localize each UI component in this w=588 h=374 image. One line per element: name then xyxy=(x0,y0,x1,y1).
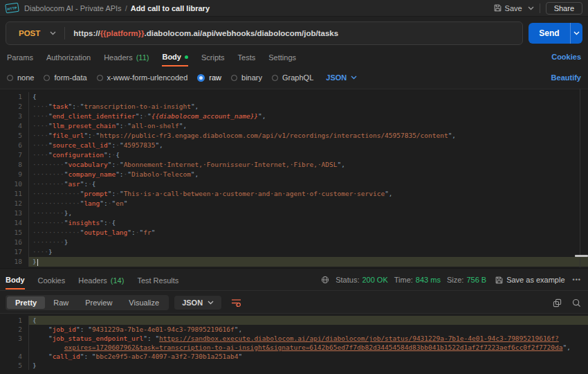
response-tabs-row: BodyCookiesHeaders(14)Test Results Statu… xyxy=(0,271,588,291)
tab-label: Settings xyxy=(268,53,296,62)
body-mode-none[interactable]: none xyxy=(7,73,34,82)
body-language-selector[interactable]: JSON xyxy=(326,73,357,82)
url-bar[interactable]: POST https://{{platform}}.diabolocom.ai/… xyxy=(6,21,523,45)
line-number: 6 xyxy=(0,141,22,150)
tab-body[interactable]: Body xyxy=(162,50,188,66)
code-line-text: ············"prompt":·"This·is·a·call·be… xyxy=(28,189,588,199)
view-visualize[interactable]: Visualize xyxy=(120,296,167,309)
code-line: 5} xyxy=(0,361,588,370)
copy-icon[interactable] xyxy=(553,299,562,308)
share-button[interactable]: Share xyxy=(546,2,582,15)
line-number: 1 xyxy=(0,316,22,325)
tab-headers[interactable]: Headers(11) xyxy=(104,50,149,66)
view-pretty[interactable]: Pretty xyxy=(7,296,45,309)
mode-label: none xyxy=(17,73,34,82)
tab-count-badge: (11) xyxy=(136,53,149,62)
tab-scripts[interactable]: Scripts xyxy=(201,50,225,66)
body-mode-binary[interactable]: binary xyxy=(231,73,262,82)
code-line-text: } xyxy=(28,257,588,267)
code-line: 12············"lang":·"en" xyxy=(0,199,588,208)
tab-params[interactable]: Params xyxy=(7,50,33,66)
response-body-viewer[interactable]: 1{2 "job_id": "9431229a-7b1e-4e01-94c3-7… xyxy=(0,313,588,374)
line-number: 5 xyxy=(0,361,22,370)
code-line: 13········}, xyxy=(0,208,588,218)
radio-icon xyxy=(272,75,278,81)
response-body-code: 1{2 "job_id": "9431229a-7b1e-4e01-94c3-7… xyxy=(0,316,588,370)
tab-headers[interactable]: Headers(14) xyxy=(78,273,124,290)
line-number: 18 xyxy=(0,257,22,267)
status-badge: Status:200 OK xyxy=(336,276,388,284)
save-button[interactable]: Save xyxy=(494,4,522,12)
workspace-name[interactable]: Diabolocom AI - Private APIs xyxy=(24,4,122,12)
search-icon[interactable] xyxy=(572,299,581,308)
send-options-chevron-icon[interactable] xyxy=(570,23,582,44)
code-line-text: ········"insights":·{ xyxy=(28,218,588,228)
line-number: 11 xyxy=(0,189,22,199)
tab-test-results[interactable]: Test Results xyxy=(137,273,178,290)
line-number: 12 xyxy=(0,199,22,208)
body-mode-form-data[interactable]: form-data xyxy=(44,73,86,82)
code-line: 1{ xyxy=(0,316,588,325)
horizontal-scrollbar-thumb[interactable] xyxy=(575,255,588,257)
tab-tests[interactable]: Tests xyxy=(238,50,256,66)
code-line-text: ····"configuration":·{ xyxy=(28,150,588,160)
body-mode-row: noneform-datax-www-form-urlencodedrawbin… xyxy=(0,70,588,85)
code-line: 17····} xyxy=(0,247,588,257)
response-view-switch: PrettyRawPreviewVisualize xyxy=(6,295,169,310)
code-line: 2····"task":·"transcription-to-ai-insigh… xyxy=(0,102,588,112)
body-mode-x-www-form-urlencoded[interactable]: x-www-form-urlencoded xyxy=(97,73,188,82)
vertical-scrollbar-track[interactable] xyxy=(580,89,580,267)
tab-label: Tests xyxy=(238,53,256,62)
save-options-chevron-icon[interactable] xyxy=(528,6,534,10)
code-line-text: ········"company_name":·"Diabolo·Telecom… xyxy=(28,170,588,179)
line-number: 5 xyxy=(0,131,22,141)
line-number: 13 xyxy=(0,208,22,218)
save-as-example-button[interactable]: Save as example xyxy=(495,276,564,284)
line-number: 2 xyxy=(0,102,22,112)
code-line: 4 "call_id": "bbc2e9f5-abc7-4097-a3f2-73… xyxy=(0,352,588,361)
body-mode-raw[interactable]: raw xyxy=(197,73,221,82)
method-selector[interactable]: POST xyxy=(6,29,64,37)
beautify-link[interactable]: Beautify xyxy=(551,73,581,82)
line-number: 15 xyxy=(0,228,22,238)
code-line-text: ····"task":·"transcription-to-ai-insight… xyxy=(28,102,588,112)
tab-cookies[interactable]: Cookies xyxy=(38,273,66,290)
radio-icon xyxy=(97,75,103,81)
save-label: Save xyxy=(505,4,522,12)
code-line: 1{ xyxy=(0,92,588,102)
code-line: expires=1720607962&task=transcription-to… xyxy=(0,343,588,352)
topbar-divider xyxy=(540,3,540,13)
tab-body[interactable]: Body xyxy=(6,273,25,290)
tab-settings[interactable]: Settings xyxy=(268,50,296,66)
response-language-selector[interactable]: JSON xyxy=(174,296,221,310)
view-preview[interactable]: Preview xyxy=(77,296,120,309)
code-line-text: expires=1720607962&task=transcription-to… xyxy=(28,343,588,352)
network-globe-icon[interactable] xyxy=(321,276,329,284)
time-badge: Time:843 ms xyxy=(394,276,441,284)
code-line: 3 "job_status_endpoint_url": "https://sa… xyxy=(0,334,588,343)
body-mode-graphql[interactable]: GraphQL xyxy=(272,73,313,82)
more-options-button[interactable]: ••• xyxy=(573,276,581,283)
mode-label: x-www-form-urlencoded xyxy=(107,73,188,82)
line-number: 14 xyxy=(0,218,22,228)
radio-icon xyxy=(7,75,13,81)
tab-label: Test Results xyxy=(137,276,178,285)
view-raw[interactable]: Raw xyxy=(45,296,77,309)
url-input[interactable]: https://{{platform}}.diabolocom.ai/api/w… xyxy=(65,29,338,37)
request-body-editor[interactable]: 1{2····"task":·"transcription-to-ai-insi… xyxy=(0,89,588,269)
tab-label: Headers xyxy=(104,53,133,62)
code-line-text: ····"llm_preset_chain":·"all-on-shelf", xyxy=(28,121,588,131)
radio-icon xyxy=(197,74,205,82)
body-language-label: JSON xyxy=(326,73,347,82)
line-number: 7 xyxy=(0,150,22,160)
code-line: 18} xyxy=(0,257,588,267)
code-line-text: ····"source_call_id":·"45957835", xyxy=(28,141,588,150)
send-button[interactable]: Send xyxy=(529,23,582,44)
tab-label: Params xyxy=(7,53,33,62)
code-line-text: ········"asr":·{ xyxy=(28,179,588,189)
language-chevron-icon xyxy=(351,75,357,80)
wrap-text-button[interactable] xyxy=(227,296,246,309)
cookies-link[interactable]: Cookies xyxy=(551,50,581,61)
code-line: 3····"end_client_identifier":·"{{diabolo… xyxy=(0,112,588,121)
tab-authorization[interactable]: Authorization xyxy=(46,50,91,66)
